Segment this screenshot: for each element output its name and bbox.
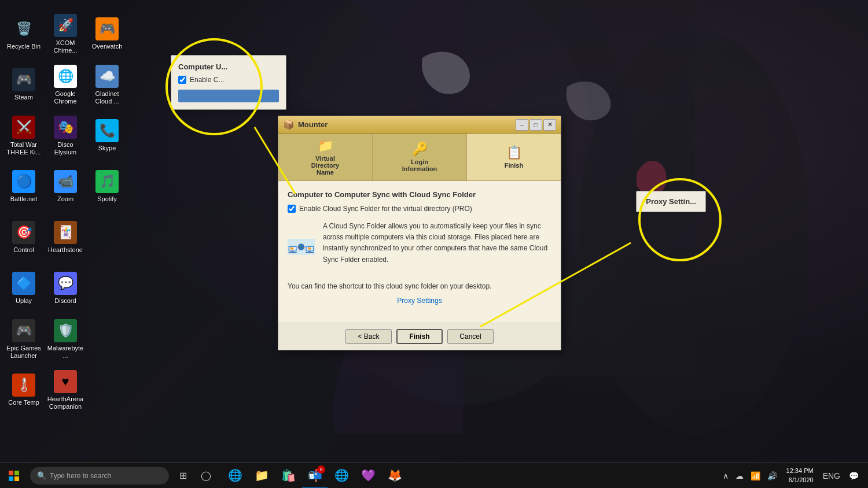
taskbar-notification[interactable]: 📬 9 [302,463,328,489]
proxy-partial-text: Proxy Settin... [646,197,696,206]
search-placeholder: Type here to search [50,472,111,480]
task-view-btn[interactable]: ⊞ [171,463,194,489]
desktop-icon-heartharena[interactable]: ♥️ HearthArena Companion [45,365,86,416]
tab-finish[interactable]: 📋 Finish [467,134,561,180]
mounter-titlebar: 📦 Mounter − □ ✕ [278,116,561,134]
svg-point-20 [299,245,301,247]
cancel-button[interactable]: Cancel [447,329,494,344]
icon-label-control: Control [13,246,34,254]
desktop-icon-disco[interactable]: 🎭 Disco Elysium [45,110,86,161]
back-button[interactable]: < Back [345,329,392,344]
mounter-dialog: 📦 Mounter − □ ✕ 📁 Virtual Directory Name… [278,116,561,350]
desktop-icon-control[interactable]: 🎯 Control [3,212,45,263]
tray-volume[interactable]: 🔊 [765,470,779,482]
taskbar-explorer[interactable]: 📁 [249,463,274,489]
cloud-description: A Cloud Sync Folder allows you to automa… [323,221,551,273]
mounter-tabs: 📁 Virtual Directory Name 🔑 Login Informa… [278,134,561,181]
desktop-icon-recycle-bin[interactable]: 🗑️ Recycle Bin [3,9,45,60]
finish-icon: 📋 [506,145,522,160]
icon-img-gladinet: ☁️ [95,65,119,88]
svg-rect-8 [289,252,297,253]
icon-label-xcom: XCOM Chime... [47,39,84,54]
taskbar-chrome[interactable]: 🌐 [329,463,354,489]
notification-center-btn[interactable]: 💬 [845,463,862,489]
tray-caret[interactable]: ∧ [720,470,731,482]
taskbar-slack[interactable]: 💜 [355,463,381,489]
clock-date: 6/1/2020 [786,476,814,485]
desktop-icon-total-war[interactable]: ⚔️ Total War THREE Ki... [3,110,45,161]
tray-network[interactable]: 📶 [748,470,763,482]
svg-rect-13 [308,252,311,252]
clock-time: 12:34 PM [786,467,814,475]
icon-label-total-war: Total War THREE Ki... [5,141,42,156]
svg-rect-16 [308,247,310,247]
svg-rect-15 [308,247,311,250]
tab-virtual-directory[interactable]: 📁 Virtual Directory Name [278,134,373,180]
desktop-icon-steam[interactable]: 🎮 Steam [3,60,45,110]
desktop-icon-coretemp[interactable]: 🌡️ Core Temp [3,365,45,416]
desktop-icon-malware[interactable]: 🛡️ Malwarebyte... [45,314,86,365]
desktop-icon-hearthstone[interactable]: 🃏 Hearthstone [45,212,86,263]
svg-rect-28 [9,476,13,481]
finish-button[interactable]: Finish [396,329,443,344]
desktop-icon-discord[interactable]: 💬 Discord [45,263,86,314]
desktop-icon-xcom[interactable]: 🚀 XCOM Chime... [45,9,86,60]
icon-label-steam: Steam [14,94,33,101]
desktop-icon-skype[interactable]: 📞 Skype [86,110,128,161]
tray-lang[interactable]: ENG [821,470,843,482]
desktop-icon-overwatch[interactable]: 🎮 Overwatch [86,9,128,60]
icon-img-zoom: 📹 [54,170,77,193]
icon-label-disco: Disco Elysium [47,141,84,156]
tray-cloud[interactable]: ☁ [733,470,746,482]
icon-label-hearthstone: Hearthstone [48,246,83,254]
svg-rect-26 [9,471,13,475]
icon-img-recycle-bin: 🗑️ [12,17,35,40]
taskbar-apps: 🌐 📁 🛍️ 📬 9 🌐 💜 🦊 [222,463,407,489]
icon-label-spotify: Spotify [97,195,117,203]
enable-cloud-sync-label: Enable Cloud Sync Folder for the virtual… [299,205,472,213]
desktop-icon-chrome[interactable]: 🌐 Google Chrome [45,60,86,110]
tab-login-information[interactable]: 🔑 Login Information [373,134,467,180]
mounter-maximize-btn[interactable]: □ [529,119,542,131]
search-bar[interactable]: 🔍 Type here to search [30,467,169,485]
start-button[interactable] [0,463,28,489]
desktop-icon-epic[interactable]: 🎮 Epic Games Launcher [3,314,45,365]
icon-label-heartharena: HearthArena Companion [47,395,84,411]
icon-label-zoom: Zoom [57,195,73,203]
virtual-dir-icon: 📁 [318,138,333,153]
bg-blue-bar [178,90,279,102]
desktop-icon-gladinet[interactable]: ☁️ Gladinet Cloud ... [86,60,128,110]
system-clock[interactable]: 12:34 PM 6/1/2020 [782,467,818,485]
mounter-minimize-btn[interactable]: − [516,119,528,131]
mounter-title-text: Mounter [298,120,514,129]
enable-cloud-sync-checkbox[interactable] [288,205,296,213]
icon-label-discord: Discord [54,297,76,305]
cortana-btn[interactable]: ◯ [194,463,218,489]
icon-img-discord: 💬 [54,272,77,295]
cloud-content: A Cloud Sync Folder allows you to automa… [288,221,551,273]
tab-finish-label: Finish [505,162,523,169]
taskbar-right: ∧ ☁ 📶 🔊 12:34 PM 6/1/2020 ENG 💬 [720,463,868,489]
mounter-close-btn[interactable]: ✕ [543,119,556,131]
login-icon: 🔑 [412,142,428,157]
bg-enable-label: Enable C... [190,76,224,84]
desktop-icon-spotify[interactable]: 🎵 Spotify [86,161,128,212]
mounter-title-icon: 📦 [283,119,295,130]
proxy-settings-link[interactable]: Proxy Settings [397,297,442,305]
icon-label-skype: Skype [98,145,116,152]
icon-img-battlenet: 🔵 [12,170,35,193]
taskbar-firefox[interactable]: 🦊 [382,463,407,489]
taskbar-edge[interactable]: 🌐 [222,463,248,489]
svg-rect-9 [290,247,294,250]
icon-img-control: 🎯 [12,221,35,244]
content-title: Computer to Computer Sync with Cloud Syn… [288,190,551,199]
svg-point-21 [301,247,303,249]
tab-virtual-dir-label: Virtual Directory Name [311,155,339,176]
svg-rect-14 [306,252,314,253]
taskbar-store[interactable]: 🛍️ [275,463,301,489]
computer-use-dialog: Computer U... Enable C... [171,55,286,110]
desktop-icon-battlenet[interactable]: 🔵 Battle.net [3,161,45,212]
bg-enable-checkbox[interactable] [178,76,186,84]
desktop-icon-uplay[interactable]: 🔷 Uplay [3,263,45,314]
desktop-icon-zoom[interactable]: 📹 Zoom [45,161,86,212]
